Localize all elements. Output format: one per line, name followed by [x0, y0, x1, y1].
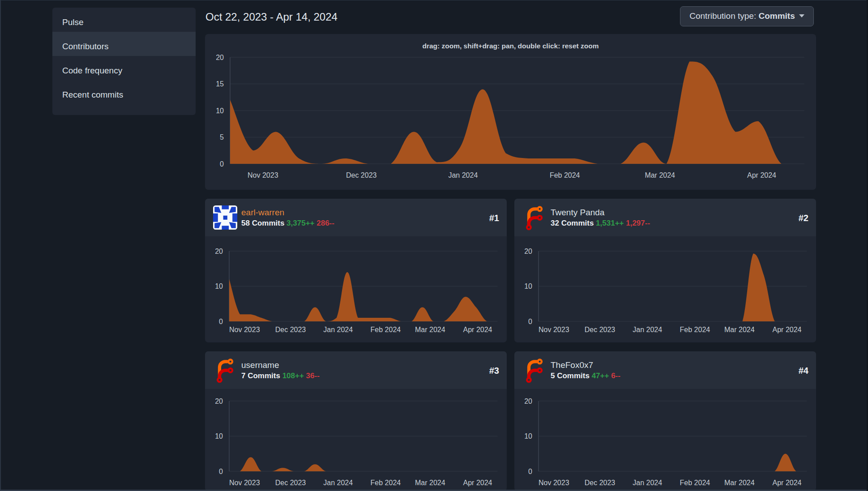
svg-text:0: 0 [219, 318, 223, 325]
svg-text:Dec 2023: Dec 2023 [346, 171, 377, 179]
svg-text:10: 10 [215, 432, 223, 440]
svg-text:20: 20 [524, 397, 532, 405]
svg-text:Mar 2024: Mar 2024 [645, 171, 675, 179]
svg-text:Mar 2024: Mar 2024 [415, 479, 445, 487]
svg-text:Jan 2024: Jan 2024 [323, 326, 353, 333]
svg-text:0: 0 [220, 160, 224, 168]
svg-text:Mar 2024: Mar 2024 [724, 326, 755, 333]
svg-text:Apr 2024: Apr 2024 [747, 171, 776, 179]
svg-text:Feb 2024: Feb 2024 [371, 479, 401, 487]
svg-text:Feb 2024: Feb 2024 [550, 171, 580, 179]
svg-text:Feb 2024: Feb 2024 [680, 479, 710, 487]
svg-text:Dec 2023: Dec 2023 [275, 479, 306, 487]
svg-text:20: 20 [215, 397, 223, 405]
svg-text:Apr 2024: Apr 2024 [463, 326, 492, 333]
svg-text:Nov 2023: Nov 2023 [229, 479, 260, 487]
svg-text:10: 10 [524, 282, 532, 290]
svg-text:Nov 2023: Nov 2023 [539, 326, 569, 333]
svg-text:Dec 2023: Dec 2023 [585, 479, 616, 487]
svg-text:10: 10 [216, 107, 224, 115]
svg-text:Feb 2024: Feb 2024 [680, 326, 710, 333]
svg-text:20: 20 [524, 248, 532, 255]
svg-text:Mar 2024: Mar 2024 [415, 326, 445, 333]
svg-text:0: 0 [528, 318, 532, 325]
svg-text:10: 10 [215, 282, 223, 290]
svg-text:Jan 2024: Jan 2024 [633, 479, 662, 487]
svg-text:20: 20 [215, 248, 223, 255]
svg-text:0: 0 [219, 468, 223, 475]
svg-text:Nov 2023: Nov 2023 [229, 326, 260, 333]
svg-text:10: 10 [524, 432, 532, 440]
svg-text:Apr 2024: Apr 2024 [773, 479, 802, 487]
svg-text:5: 5 [220, 133, 224, 141]
svg-text:Feb 2024: Feb 2024 [371, 326, 401, 333]
svg-text:Apr 2024: Apr 2024 [463, 479, 492, 487]
svg-text:Apr 2024: Apr 2024 [773, 326, 802, 333]
svg-text:Dec 2023: Dec 2023 [585, 326, 616, 333]
svg-text:Mar 2024: Mar 2024 [724, 479, 755, 487]
svg-text:0: 0 [528, 468, 532, 475]
svg-text:15: 15 [216, 80, 224, 88]
svg-text:Nov 2023: Nov 2023 [248, 171, 278, 179]
svg-text:Nov 2023: Nov 2023 [539, 479, 569, 487]
svg-text:20: 20 [216, 54, 224, 61]
svg-text:Jan 2024: Jan 2024 [323, 479, 353, 487]
svg-text:Jan 2024: Jan 2024 [633, 326, 662, 333]
svg-text:Jan 2024: Jan 2024 [448, 171, 478, 179]
svg-text:Dec 2023: Dec 2023 [275, 326, 306, 333]
